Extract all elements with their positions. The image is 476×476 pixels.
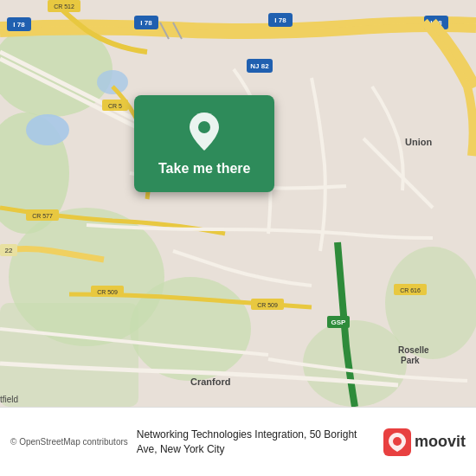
map-background: I 78 I 78 I 78 I 78 NJ 82 CR 512 CR 5 CR… — [0, 0, 476, 407]
svg-point-4 — [130, 277, 251, 381]
svg-text:I 78: I 78 — [13, 21, 25, 29]
svg-text:22: 22 — [5, 247, 13, 254]
svg-text:CR 512: CR 512 — [54, 3, 74, 10]
svg-text:CR 509: CR 509 — [97, 289, 118, 295]
svg-text:Cranford: Cranford — [190, 376, 230, 387]
svg-text:I 78: I 78 — [140, 19, 152, 27]
svg-point-45 — [393, 437, 402, 446]
location-pin-icon — [187, 111, 222, 152]
svg-text:Union: Union — [405, 137, 432, 147]
svg-point-7 — [385, 247, 476, 359]
take-me-there-button-label: Take me there — [158, 161, 250, 177]
bottom-bar: © OpenStreetMap contributors Networking … — [0, 407, 476, 476]
address-text: Networking Technologies Integration, 50 … — [137, 428, 375, 457]
address-block: Networking Technologies Integration, 50 … — [137, 428, 375, 457]
moovit-logo: moovit — [383, 428, 466, 456]
svg-text:CR 616: CR 616 — [400, 287, 421, 293]
svg-text:NJ 82: NJ 82 — [250, 62, 269, 70]
svg-text:Roselle: Roselle — [398, 345, 429, 355]
osm-attribution: © OpenStreetMap contributors — [10, 437, 128, 447]
svg-text:tfield: tfield — [0, 395, 18, 404]
svg-point-43 — [198, 121, 210, 133]
osm-credit-text: © OpenStreetMap contributors — [10, 437, 128, 447]
moovit-icon — [383, 428, 411, 456]
svg-text:CR 509: CR 509 — [257, 302, 278, 308]
moovit-brand-text: moovit — [415, 433, 466, 451]
svg-text:CR 5: CR 5 — [108, 103, 122, 109]
svg-text:I 78: I 78 — [274, 16, 286, 24]
svg-point-8 — [26, 114, 69, 145]
svg-text:Park: Park — [401, 356, 420, 365]
map-container: I 78 I 78 I 78 I 78 NJ 82 CR 512 CR 5 CR… — [0, 0, 476, 407]
svg-rect-6 — [0, 303, 138, 407]
svg-text:GSP: GSP — [331, 318, 347, 326]
svg-point-9 — [97, 70, 128, 94]
svg-text:CR 577: CR 577 — [32, 213, 53, 219]
button-overlay: Take me there — [134, 95, 274, 192]
take-me-there-card[interactable]: Take me there — [134, 95, 274, 192]
